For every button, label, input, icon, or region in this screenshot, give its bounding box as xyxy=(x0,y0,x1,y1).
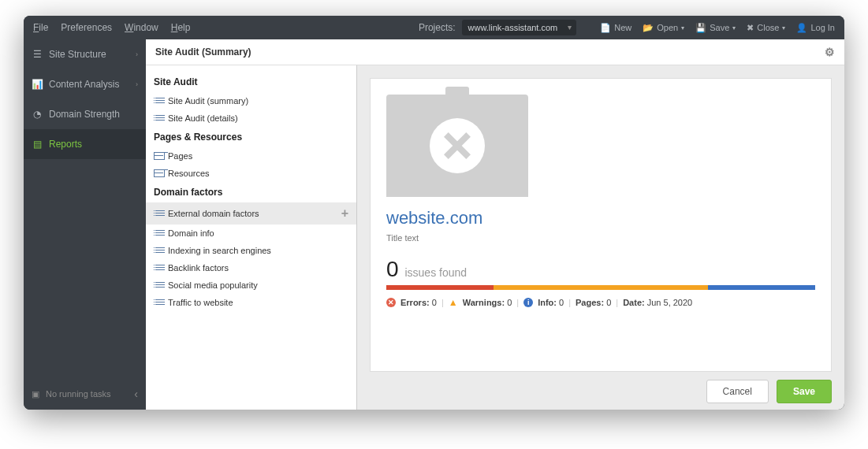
chevron-down-icon: ▾ xyxy=(782,24,785,32)
grid-icon xyxy=(154,152,163,160)
login-button[interactable]: 👤Log In xyxy=(796,23,835,33)
gauge-icon: ◔ xyxy=(32,109,43,120)
list-item[interactable]: Backlink factors xyxy=(146,259,356,276)
list-item[interactable]: Site Audit (details) xyxy=(146,109,356,127)
list-icon xyxy=(154,114,163,122)
save-icon: 💾 xyxy=(695,23,706,33)
list-item[interactable]: Indexing in search engines xyxy=(146,242,356,259)
project-select[interactable]: www.link-assistant.com xyxy=(462,20,577,35)
progress-errors xyxy=(386,285,494,290)
chevron-down-icon: ▾ xyxy=(681,24,684,32)
main-header: Site Audit (Summary) ⚙ xyxy=(146,39,844,65)
menu-file[interactable]: File xyxy=(33,22,48,33)
close-button[interactable]: ✖Close▾ xyxy=(747,23,785,33)
new-file-icon: 📄 xyxy=(600,23,611,33)
structure-icon: ☰ xyxy=(32,49,43,60)
section-pages-resources: Pages & Resources xyxy=(146,127,356,147)
open-button[interactable]: 📂Open▾ xyxy=(643,23,684,33)
list-icon xyxy=(154,97,163,105)
list-item[interactable]: Resources xyxy=(146,165,356,182)
sidebar-item-reports[interactable]: ▤ Reports xyxy=(24,129,146,159)
issues-found: 0 issues found xyxy=(386,257,815,282)
add-icon[interactable]: + xyxy=(341,206,348,221)
gear-icon[interactable]: ⚙ xyxy=(825,46,835,58)
list-icon xyxy=(154,210,163,217)
chart-icon: 📊 xyxy=(32,79,43,90)
preview-panel: website.com Title text 0 issues found xyxy=(357,65,844,410)
user-icon: 👤 xyxy=(796,23,807,33)
footer-buttons: Cancel Save xyxy=(370,372,832,403)
list-icon xyxy=(154,229,163,237)
progress-bar xyxy=(386,285,815,290)
stats-row: ✕ Errors: 0 | ▲ Warnings: 0 | i Info: 0 … xyxy=(386,298,815,307)
sidebar: ☰ Site Structure › 📊 Content Analysis › … xyxy=(24,39,146,410)
title-text: Title text xyxy=(386,233,815,243)
app-window: File Preferences Window Help Projects: w… xyxy=(24,16,844,410)
folder-open-icon: 📂 xyxy=(643,23,654,33)
chevron-down-icon: ▾ xyxy=(732,24,736,32)
sidebar-item-content-analysis[interactable]: 📊 Content Analysis › xyxy=(24,69,146,99)
list-item[interactable]: Traffic to website xyxy=(146,294,356,311)
progress-warnings xyxy=(494,285,708,290)
sidebar-item-domain-strength[interactable]: ◔ Domain Strength xyxy=(24,99,146,129)
close-icon: ✖ xyxy=(747,23,754,33)
list-item[interactable]: Social media popularity xyxy=(146,276,356,294)
list-item[interactable]: Site Audit (summary) xyxy=(146,92,356,109)
save-button[interactable]: Save xyxy=(777,380,832,403)
menu-window[interactable]: Window xyxy=(125,22,158,33)
chevron-right-icon: › xyxy=(136,50,138,58)
grid-icon xyxy=(154,169,163,177)
tasks-icon: ▣ xyxy=(32,389,39,399)
sidebar-footer: ▣ No running tasks ‹ xyxy=(24,378,146,410)
list-item[interactable]: Domain info xyxy=(146,224,356,242)
info-icon: i xyxy=(523,298,533,307)
list-icon xyxy=(154,264,163,272)
tasks-label: No running tasks xyxy=(46,389,111,399)
warning-icon: ▲ xyxy=(449,298,458,307)
main-panel: Site Audit (Summary) ⚙ Site Audit Site A… xyxy=(146,39,844,410)
list-icon xyxy=(154,247,163,254)
menu-preferences[interactable]: Preferences xyxy=(61,22,112,33)
cancel-button[interactable]: Cancel xyxy=(706,380,769,403)
sidebar-item-label: Content Analysis xyxy=(49,79,119,90)
page-title: Site Audit (Summary) xyxy=(155,46,251,58)
error-icon: ✕ xyxy=(386,298,396,307)
save-button[interactable]: 💾Save▾ xyxy=(695,23,736,33)
menubar: File Preferences Window Help Projects: w… xyxy=(24,16,844,39)
sidebar-item-site-structure[interactable]: ☰ Site Structure › xyxy=(24,39,146,69)
list-item-selected[interactable]: External domain factors+ xyxy=(146,202,356,224)
list-icon xyxy=(154,299,163,306)
section-domain-factors: Domain factors xyxy=(146,182,356,202)
projects-label: Projects: xyxy=(419,22,456,33)
domain-name: website.com xyxy=(386,208,815,228)
sidebar-item-label: Site Structure xyxy=(49,49,106,60)
chevron-right-icon: › xyxy=(136,80,138,88)
list-item[interactable]: Pages xyxy=(146,147,356,165)
list-icon xyxy=(154,281,163,289)
template-list: Site Audit Site Audit (summary) Site Aud… xyxy=(146,65,357,410)
progress-info xyxy=(708,285,815,290)
placeholder-image-icon xyxy=(386,95,528,197)
issues-label: issues found xyxy=(404,266,467,279)
menu-help[interactable]: Help xyxy=(171,22,191,33)
section-site-audit: Site Audit xyxy=(146,72,356,92)
report-icon: ▤ xyxy=(32,139,43,150)
issues-count: 0 xyxy=(386,257,399,281)
preview-card: website.com Title text 0 issues found xyxy=(370,78,832,372)
sidebar-item-label: Domain Strength xyxy=(49,109,120,120)
collapse-sidebar-button[interactable]: ‹ xyxy=(134,388,138,400)
new-button[interactable]: 📄New xyxy=(600,23,631,33)
sidebar-item-label: Reports xyxy=(49,139,82,150)
